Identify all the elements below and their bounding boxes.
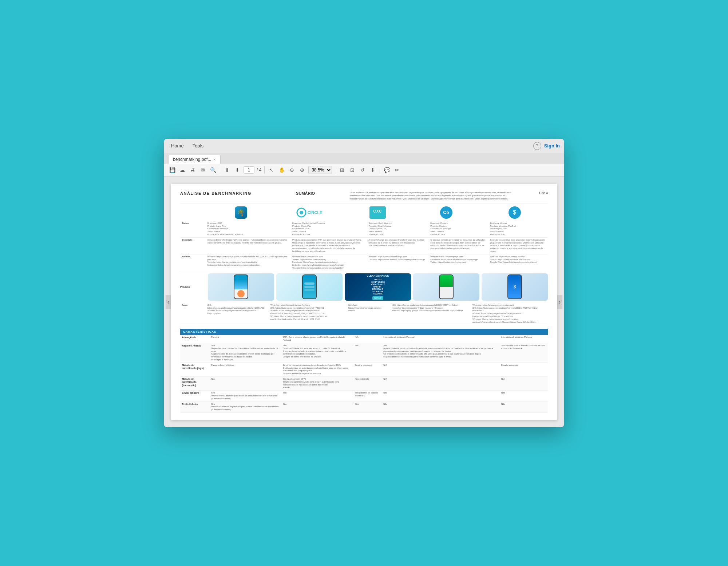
- fit-page-icon[interactable]: ⊞: [338, 166, 346, 174]
- circle-logo: CIRCLE: [276, 206, 343, 219]
- autenticacao-login-circle: Email ou telemóvel, password e código de…: [281, 363, 353, 376]
- comment-icon[interactable]: 💬: [383, 166, 391, 174]
- fit-width-icon[interactable]: ⊡: [348, 166, 356, 174]
- copays-product-mockup: [413, 273, 479, 301]
- prev-page-icon[interactable]: ⬆: [223, 166, 231, 174]
- palm-product-mockup: [208, 273, 274, 301]
- enviar-circle: Sim: [281, 391, 353, 401]
- dados-row: Dados Empresa: CGB Produto: Lana Pim Loc…: [180, 221, 548, 237]
- circle-product-mockup: [276, 273, 343, 301]
- registo-row: Registo / Adesão Sim Disponível para cli…: [180, 343, 548, 363]
- page-total: / 4: [257, 167, 261, 173]
- rotate-icon[interactable]: ↺: [359, 166, 367, 174]
- naweb-circle: Website: https://www.circle.com Twitter:…: [290, 254, 367, 271]
- dados-label: Dados: [180, 221, 206, 237]
- pedir-row: Pedir dinheiro Sim Permite acabar de pag…: [180, 401, 548, 412]
- logos-spacer: [180, 206, 206, 219]
- autenticacao-trans-venmo: N/A: [499, 376, 548, 390]
- enviar-label: Enviar dinheiro: [180, 391, 209, 401]
- descricao-venmo: Solução colaborativa para organizar e ge…: [488, 237, 548, 254]
- cxc-logo: CXC: [344, 206, 411, 219]
- apps-label: Apps: [180, 303, 206, 325]
- separator3: [335, 166, 335, 174]
- zoom-out-icon[interactable]: ⊖: [288, 166, 296, 174]
- pdf-content: ‹ › ANÁLISE DE BENCHMARKING SUMÁRIO Fora…: [164, 177, 564, 427]
- abrangencia-row: Abrangência Portugal EUA, Reino Unido e …: [180, 335, 548, 343]
- pdf-nav-right-button[interactable]: ›: [557, 295, 562, 309]
- enviar-row: Enviar dinheiro Sim Permite enviar dinhe…: [180, 391, 548, 401]
- copays-logo-icon: Co: [440, 206, 452, 219]
- browser-header: Home Tools ? Sign In benchmarking.pdf...…: [164, 139, 564, 177]
- abrangencia-cxc: N/A: [353, 335, 381, 343]
- pen-icon[interactable]: ✏: [393, 166, 401, 174]
- autenticacao-login-copays: N/A: [381, 363, 499, 376]
- descricao-row: Descrição Serviço de transferências P2P …: [180, 237, 548, 254]
- dados-cxc: Empresa: Early Warning Produto: ClearXch…: [367, 221, 429, 237]
- product-images-row: Produto: [180, 273, 548, 301]
- browser-window: Home Tools ? Sign In benchmarking.pdf...…: [164, 139, 564, 427]
- naweb-copays: Website: https://www.copays.com/ Faceboo…: [428, 254, 488, 271]
- descricao-copays: O Copays permite gerir e gidir os conjun…: [428, 237, 488, 254]
- dados-circle: Empresa: Circle Internet Financial Produ…: [290, 221, 367, 237]
- registo-venmo: Sim Permite fazer a adesão comunal da co…: [499, 343, 548, 363]
- nav-tools[interactable]: Tools: [190, 142, 206, 150]
- venmo-logo-icon: $: [509, 206, 521, 219]
- pdf-page: ANÁLISE DE BENCHMARKING SUMÁRIO Foram an…: [171, 184, 557, 420]
- tab-bar: benchmarking.pdf... ×: [164, 153, 564, 164]
- pdf-page-number: 1 de 4: [515, 191, 548, 200]
- pdf-nav-left-button[interactable]: ‹: [166, 295, 171, 309]
- zoom-in-icon[interactable]: ⊕: [298, 166, 306, 174]
- pedir-copays: Não: [381, 401, 499, 412]
- autenticacao-trans-cxc: Não é definido: [353, 376, 381, 390]
- save-icon[interactable]: 💾: [168, 166, 176, 174]
- autenticacao-login-row: Método de autenticação (login) Password …: [180, 363, 548, 376]
- separator4: [380, 166, 380, 174]
- browser-actions: ? Sign In: [533, 142, 560, 150]
- pdf-sumario: SUMÁRIO: [265, 191, 346, 200]
- pedir-circle: Sim: [281, 401, 353, 412]
- autenticacao-trans-palm: N/A: [209, 376, 281, 390]
- print-icon[interactable]: 🖨: [189, 166, 197, 174]
- pdf-toolbar: 💾 ☁ 🖨 ✉ 🔍 ⬆ ⬇ / 4 ↖ ✋ ⊖ ⊕ 38.5% 50% 75% …: [164, 164, 564, 176]
- browser-nav: Home Tools ? Sign In: [164, 139, 564, 153]
- abrangencia-palm: Portugal: [209, 335, 281, 343]
- descricao-label: Descrição: [180, 237, 206, 254]
- abrangencia-circle: EUA, Reino Unido e alguns países da Uniã…: [281, 335, 353, 343]
- autenticacao-trans-row: Método de autenticação (transacção) N/A …: [180, 376, 548, 390]
- search-icon[interactable]: 🔍: [209, 166, 217, 174]
- apps-circle: Web App: https://www.circle.com/pt/login…: [269, 303, 346, 325]
- nav-home[interactable]: Home: [168, 142, 187, 150]
- autenticacao-login-label: Método de autenticação (login): [180, 363, 209, 376]
- upload-icon[interactable]: ☁: [178, 166, 186, 174]
- apps-table: Apps iOS: https://itunes.apple.com/pt/ap…: [180, 303, 548, 325]
- characteristics-header: CARACTERÍSTICAS: [180, 329, 548, 335]
- registo-palm: Sim Disponível para clientes da Caixa Ge…: [209, 343, 281, 363]
- naweb-palm: Website: https://www.gill.pt/pub/GPPubli…: [206, 254, 290, 271]
- autenticacao-trans-circle: Sim igual ao login (2FA) Single se pagam…: [281, 376, 353, 390]
- apps-cxc: Web App: https://www.clearxchange.com/ge…: [347, 303, 390, 325]
- cursor-icon[interactable]: ↖: [268, 166, 276, 174]
- registo-copays: Sim A partir pode dar todos os dados do …: [381, 343, 499, 363]
- dados-venmo: Empresa: Venmo Produto: Venmo / (PayPal)…: [488, 221, 548, 237]
- browser-tab[interactable]: benchmarking.pdf... ×: [168, 155, 221, 164]
- download-icon[interactable]: ⬇: [369, 166, 377, 174]
- next-page-icon[interactable]: ⬇: [233, 166, 241, 174]
- naweb-venmo: Website: https://www.venmo.com/u/ Twitte…: [488, 254, 548, 271]
- close-icon[interactable]: ×: [213, 157, 215, 162]
- autenticacao-trans-label: Método de autenticação (transacção): [180, 376, 209, 390]
- registo-label: Registo / Adesão: [180, 343, 209, 363]
- sign-in-button[interactable]: Sign In: [544, 143, 560, 149]
- email-icon[interactable]: ✉: [199, 166, 207, 174]
- page-input[interactable]: [244, 166, 254, 174]
- help-icon[interactable]: ?: [533, 142, 541, 150]
- apps-palm: iOS: https://itunes.apple.com/pt/app/cai…: [206, 303, 269, 325]
- registo-cxc: N/A: [353, 343, 381, 363]
- enviar-venmo: Não: [499, 391, 548, 401]
- zoom-select[interactable]: 38.5% 50% 75% 100%: [308, 166, 332, 174]
- produto-label: Produto: [180, 273, 206, 301]
- hand-icon[interactable]: ✋: [278, 166, 286, 174]
- apps-row: Apps iOS: https://itunes.apple.com/pt/ap…: [180, 303, 548, 325]
- venmo-logo: $: [481, 206, 548, 219]
- enviar-palm: Sim Permite enviar dinheiro para todos o…: [209, 391, 281, 401]
- copays-logo: Co: [413, 206, 479, 219]
